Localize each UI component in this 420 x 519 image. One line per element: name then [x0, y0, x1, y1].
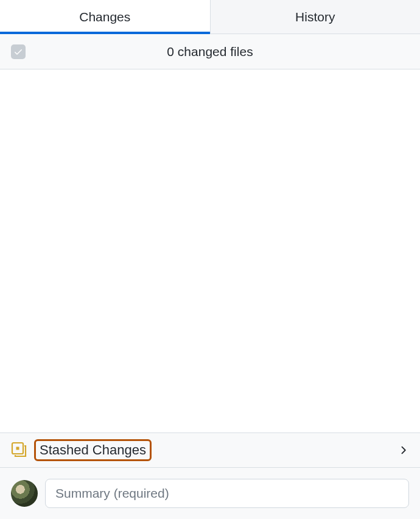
file-header: 0 changed files [0, 34, 420, 69]
tab-history[interactable]: History [211, 0, 421, 34]
stashed-changes-label: Stashed Changes [34, 439, 152, 461]
avatar [11, 480, 38, 507]
commit-summary-input[interactable] [45, 479, 409, 508]
svg-rect-1 [16, 447, 19, 450]
tabs: Changes History [0, 0, 420, 34]
tab-changes-label: Changes [79, 10, 130, 24]
commit-area [0, 468, 420, 519]
checkmark-icon [13, 47, 23, 57]
stashed-changes-row[interactable]: Stashed Changes [0, 432, 420, 468]
tab-history-label: History [295, 10, 335, 24]
select-all-checkbox[interactable] [11, 44, 26, 59]
stash-icon [11, 442, 28, 459]
chevron-right-icon [397, 444, 409, 456]
changed-files-count: 0 changed files [167, 44, 253, 59]
tab-changes[interactable]: Changes [0, 0, 211, 34]
file-list [0, 69, 420, 432]
